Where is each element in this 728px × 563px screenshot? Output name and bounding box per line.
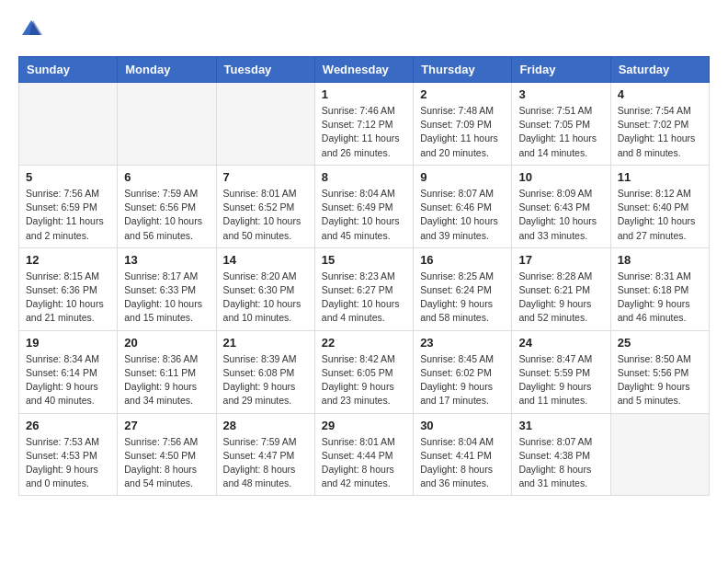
calendar-cell: 11Sunrise: 8:12 AM Sunset: 6:40 PM Dayli… — [610, 165, 709, 247]
calendar-cell: 17Sunrise: 8:28 AM Sunset: 6:21 PM Dayli… — [512, 247, 610, 330]
day-number: 18 — [618, 253, 702, 267]
calendar-cell: 6Sunrise: 7:59 AM Sunset: 6:56 PM Daylig… — [118, 165, 216, 247]
calendar-header-thursday: Thursday — [414, 57, 512, 83]
calendar-cell: 27Sunrise: 7:56 AM Sunset: 4:50 PM Dayli… — [118, 413, 216, 496]
day-number: 6 — [124, 170, 209, 184]
calendar-cell: 25Sunrise: 8:50 AM Sunset: 5:56 PM Dayli… — [610, 330, 709, 413]
calendar-cell: 3Sunrise: 7:51 AM Sunset: 7:05 PM Daylig… — [512, 83, 610, 166]
day-number: 7 — [223, 170, 308, 184]
calendar-cell: 26Sunrise: 7:53 AM Sunset: 4:53 PM Dayli… — [19, 413, 118, 496]
day-number: 13 — [124, 253, 209, 267]
day-number: 17 — [518, 253, 603, 267]
week-row-4: 19Sunrise: 8:34 AM Sunset: 6:14 PM Dayli… — [19, 330, 710, 413]
day-info: Sunrise: 8:47 AM Sunset: 5:59 PM Dayligh… — [518, 352, 603, 408]
logo-icon — [20, 18, 42, 37]
day-info: Sunrise: 8:45 AM Sunset: 6:02 PM Dayligh… — [420, 352, 505, 408]
calendar-cell: 23Sunrise: 8:45 AM Sunset: 6:02 PM Dayli… — [414, 330, 512, 413]
day-info: Sunrise: 8:07 AM Sunset: 6:46 PM Dayligh… — [420, 187, 505, 243]
day-number: 26 — [26, 419, 110, 432]
day-info: Sunrise: 7:56 AM Sunset: 4:50 PM Dayligh… — [124, 435, 209, 491]
calendar-cell: 8Sunrise: 8:04 AM Sunset: 6:49 PM Daylig… — [314, 165, 413, 247]
calendar-cell: 12Sunrise: 8:15 AM Sunset: 6:36 PM Dayli… — [19, 247, 118, 330]
day-info: Sunrise: 8:20 AM Sunset: 6:30 PM Dayligh… — [223, 270, 308, 326]
week-row-2: 5Sunrise: 7:56 AM Sunset: 6:59 PM Daylig… — [19, 165, 710, 247]
day-info: Sunrise: 8:09 AM Sunset: 6:43 PM Dayligh… — [518, 187, 603, 243]
calendar-cell — [118, 83, 216, 166]
calendar-cell: 7Sunrise: 8:01 AM Sunset: 6:52 PM Daylig… — [216, 165, 314, 247]
calendar-cell: 20Sunrise: 8:36 AM Sunset: 6:11 PM Dayli… — [118, 330, 216, 413]
calendar-cell: 13Sunrise: 8:17 AM Sunset: 6:33 PM Dayli… — [118, 247, 216, 330]
calendar-cell: 4Sunrise: 7:54 AM Sunset: 7:02 PM Daylig… — [610, 83, 709, 166]
calendar-header-wednesday: Wednesday — [314, 57, 413, 83]
calendar-cell: 29Sunrise: 8:01 AM Sunset: 4:44 PM Dayli… — [314, 413, 413, 496]
week-row-5: 26Sunrise: 7:53 AM Sunset: 4:53 PM Dayli… — [19, 413, 710, 496]
day-info: Sunrise: 8:50 AM Sunset: 5:56 PM Dayligh… — [618, 352, 702, 408]
calendar-header-saturday: Saturday — [610, 57, 709, 83]
calendar-cell: 10Sunrise: 8:09 AM Sunset: 6:43 PM Dayli… — [512, 165, 610, 247]
day-info: Sunrise: 7:59 AM Sunset: 4:47 PM Dayligh… — [223, 435, 308, 491]
day-number: 11 — [618, 170, 702, 184]
day-info: Sunrise: 7:56 AM Sunset: 6:59 PM Dayligh… — [26, 187, 110, 243]
day-info: Sunrise: 7:59 AM Sunset: 6:56 PM Dayligh… — [124, 187, 209, 243]
day-info: Sunrise: 8:25 AM Sunset: 6:24 PM Dayligh… — [420, 270, 505, 326]
day-number: 25 — [618, 336, 702, 350]
calendar-header-tuesday: Tuesday — [216, 57, 314, 83]
calendar-cell — [216, 83, 314, 166]
calendar-header-monday: Monday — [118, 57, 216, 83]
day-number: 9 — [420, 170, 505, 184]
day-number: 2 — [420, 87, 505, 101]
day-info: Sunrise: 8:42 AM Sunset: 6:05 PM Dayligh… — [322, 352, 406, 408]
calendar-cell: 15Sunrise: 8:23 AM Sunset: 6:27 PM Dayli… — [314, 247, 413, 330]
day-info: Sunrise: 8:04 AM Sunset: 6:49 PM Dayligh… — [322, 187, 406, 243]
calendar-cell — [610, 413, 709, 496]
day-number: 23 — [420, 336, 505, 350]
calendar-header-row: SundayMondayTuesdayWednesdayThursdayFrid… — [19, 57, 710, 83]
calendar-cell: 24Sunrise: 8:47 AM Sunset: 5:59 PM Dayli… — [512, 330, 610, 413]
logo-text — [18, 18, 42, 41]
calendar-cell: 28Sunrise: 7:59 AM Sunset: 4:47 PM Dayli… — [216, 413, 314, 496]
day-number: 30 — [420, 419, 505, 432]
day-number: 20 — [124, 336, 209, 350]
day-info: Sunrise: 8:12 AM Sunset: 6:40 PM Dayligh… — [618, 187, 702, 243]
day-number: 28 — [223, 419, 308, 432]
calendar-cell: 2Sunrise: 7:48 AM Sunset: 7:09 PM Daylig… — [414, 83, 512, 166]
week-row-3: 12Sunrise: 8:15 AM Sunset: 6:36 PM Dayli… — [19, 247, 710, 330]
day-number: 3 — [518, 87, 603, 101]
day-info: Sunrise: 8:36 AM Sunset: 6:11 PM Dayligh… — [124, 352, 209, 408]
day-info: Sunrise: 8:01 AM Sunset: 4:44 PM Dayligh… — [322, 435, 406, 491]
calendar-cell: 16Sunrise: 8:25 AM Sunset: 6:24 PM Dayli… — [414, 247, 512, 330]
calendar-cell: 1Sunrise: 7:46 AM Sunset: 7:12 PM Daylig… — [314, 83, 413, 166]
day-number: 27 — [124, 419, 209, 432]
day-number: 31 — [518, 419, 603, 432]
day-info: Sunrise: 8:04 AM Sunset: 4:41 PM Dayligh… — [420, 435, 505, 491]
day-info: Sunrise: 7:46 AM Sunset: 7:12 PM Dayligh… — [322, 104, 406, 160]
calendar-cell — [19, 83, 118, 166]
day-number: 10 — [518, 170, 603, 184]
calendar-cell: 21Sunrise: 8:39 AM Sunset: 6:08 PM Dayli… — [216, 330, 314, 413]
page-header — [18, 18, 710, 41]
day-info: Sunrise: 8:28 AM Sunset: 6:21 PM Dayligh… — [518, 270, 603, 326]
calendar-cell: 18Sunrise: 8:31 AM Sunset: 6:18 PM Dayli… — [610, 247, 709, 330]
week-row-1: 1Sunrise: 7:46 AM Sunset: 7:12 PM Daylig… — [19, 83, 710, 166]
day-info: Sunrise: 7:53 AM Sunset: 4:53 PM Dayligh… — [26, 435, 110, 491]
day-number: 22 — [322, 336, 406, 350]
calendar-table: SundayMondayTuesdayWednesdayThursdayFrid… — [18, 56, 710, 496]
day-info: Sunrise: 8:31 AM Sunset: 6:18 PM Dayligh… — [618, 270, 702, 326]
day-info: Sunrise: 7:51 AM Sunset: 7:05 PM Dayligh… — [518, 104, 603, 160]
calendar-header-sunday: Sunday — [19, 57, 118, 83]
logo — [18, 18, 42, 41]
calendar-cell: 14Sunrise: 8:20 AM Sunset: 6:30 PM Dayli… — [216, 247, 314, 330]
calendar-cell: 22Sunrise: 8:42 AM Sunset: 6:05 PM Dayli… — [314, 330, 413, 413]
day-number: 1 — [322, 87, 406, 101]
day-number: 24 — [518, 336, 603, 350]
calendar-cell: 5Sunrise: 7:56 AM Sunset: 6:59 PM Daylig… — [19, 165, 118, 247]
calendar-header-friday: Friday — [512, 57, 610, 83]
day-info: Sunrise: 8:01 AM Sunset: 6:52 PM Dayligh… — [223, 187, 308, 243]
calendar-cell: 9Sunrise: 8:07 AM Sunset: 6:46 PM Daylig… — [414, 165, 512, 247]
day-info: Sunrise: 8:39 AM Sunset: 6:08 PM Dayligh… — [223, 352, 308, 408]
day-number: 14 — [223, 253, 308, 267]
day-info: Sunrise: 8:23 AM Sunset: 6:27 PM Dayligh… — [322, 270, 406, 326]
day-info: Sunrise: 7:54 AM Sunset: 7:02 PM Dayligh… — [618, 104, 702, 160]
day-number: 15 — [322, 253, 406, 267]
day-number: 8 — [322, 170, 406, 184]
